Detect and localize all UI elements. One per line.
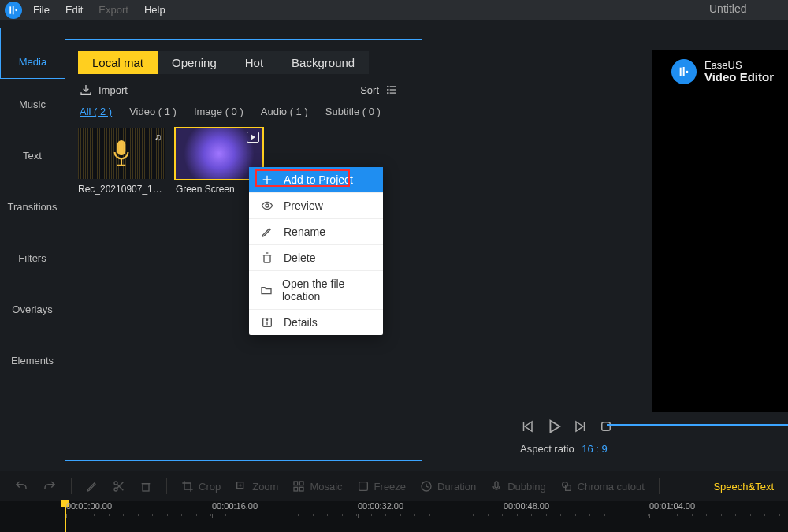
tab-hot[interactable]: Hot [231,51,277,74]
filter-video[interactable]: Video ( 1 ) [129,106,177,117]
mosaic-button[interactable]: Mosaic [292,480,342,493]
ctx-label: Delete [284,251,315,264]
edit-button[interactable] [86,480,98,493]
svg-point-7 [388,93,388,94]
svg-rect-39 [294,482,298,485]
svg-rect-24 [264,255,270,262]
ctx-label: Open the file location [282,277,372,303]
sidebar-item-filters[interactable]: Filters [0,233,65,284]
brand-badge: EaseUS Video Editor [671,59,774,84]
main-menu: File Edit Export Help [33,4,165,16]
timeline-ruler[interactable]: 00:00:00.00 00:00:16.00 00:00:32.00 00:0… [0,501,788,532]
svg-marker-16 [525,422,532,431]
ctx-label: Rename [284,225,325,238]
ctx-delete[interactable]: Delete [249,245,383,271]
sidebar-item-overlays[interactable]: Overlays [0,284,65,335]
svg-line-46 [426,486,429,487]
svg-point-3 [388,86,388,87]
ctx-add-to-project[interactable]: Add to Project [249,167,383,193]
plus-icon [260,173,274,186]
aspect-ratio[interactable]: Aspect ratio 16 : 9 [520,443,608,455]
folder-icon [260,284,273,296]
sidebar: Media Music Text Transitions Filters Ove… [0,20,65,469]
prev-frame-button[interactable] [520,419,534,433]
window-title: Untitled [709,2,746,15]
ruler-tick: 00:00:00.00 [66,501,112,511]
tab-background[interactable]: Background [277,51,369,74]
split-button[interactable] [113,480,125,493]
next-frame-button[interactable] [574,419,588,433]
crop-button[interactable]: Crop [181,480,221,493]
title-bar: File Edit Export Help Untitled [0,0,788,20]
ctx-open-location[interactable]: Open the file location [249,271,383,310]
brand-line1: EaseUS [704,60,774,71]
ctx-rename[interactable]: Rename [249,219,383,245]
sidebar-item-transitions[interactable]: Transitions [0,181,65,233]
ruler-tick: 00:00:48.00 [504,501,549,511]
chroma-button[interactable]: Chroma cutout [560,480,645,493]
menu-file[interactable]: File [33,4,50,16]
svg-rect-49 [565,485,571,491]
ctx-preview[interactable]: Preview [249,193,383,219]
filter-image[interactable]: Image ( 0 ) [194,106,243,117]
sort-button[interactable]: Sort [360,84,398,96]
svg-rect-41 [294,487,298,491]
svg-point-29 [266,319,267,320]
aspect-label: Aspect ratio [520,443,574,455]
delete-clip-button[interactable] [139,480,152,493]
brand-logo-icon [671,59,697,84]
svg-rect-1 [13,6,14,14]
info-icon [260,316,274,329]
speech-text-button[interactable]: Speech&Text [713,481,774,493]
play-button[interactable] [545,418,563,435]
playback-controls [520,418,613,435]
brand-line2: Video Editor [704,70,774,84]
preview-panel: EaseUS Video Editor [422,20,788,469]
ctx-label: Add to Project [284,173,353,186]
svg-point-5 [388,89,388,90]
svg-point-14 [686,71,689,73]
ruler-tick: 00:00:16.00 [212,501,258,511]
preview-scrubber[interactable] [607,424,788,426]
menu-help[interactable]: Help [144,4,165,16]
svg-rect-0 [9,6,11,13]
menu-edit[interactable]: Edit [65,4,83,16]
music-note-icon: ♫ [154,132,162,143]
undo-button[interactable] [14,479,28,493]
dubbing-button[interactable]: Dubbing [490,480,545,493]
filter-audio[interactable]: Audio ( 1 ) [261,106,308,117]
import-icon [80,84,92,96]
filter-subtitle[interactable]: Subtitle ( 0 ) [325,106,381,117]
zoom-button[interactable]: Zoom [235,480,278,493]
svg-rect-42 [300,487,304,491]
redo-button[interactable] [43,479,57,493]
sidebar-item-music[interactable]: Music [0,79,65,130]
svg-rect-47 [495,482,498,488]
sidebar-item-elements[interactable]: Elements [0,335,65,386]
tab-local-material[interactable]: Local mat [78,51,158,74]
filter-all[interactable]: All ( 2 ) [80,106,112,117]
duration-button[interactable]: Duration [420,480,476,493]
freeze-button[interactable]: Freeze [357,480,406,493]
tab-opening[interactable]: Opening [158,51,231,74]
ctx-details[interactable]: Details [249,310,383,335]
svg-rect-43 [359,482,367,491]
media-item-audio[interactable]: ♫ Rec_20210907_1635... [78,128,165,195]
pencil-icon [260,225,274,238]
svg-rect-12 [680,68,682,76]
media-item-label: Rec_20210907_1635... [78,184,165,195]
stop-button[interactable] [599,419,613,433]
sidebar-item-text[interactable]: Text [0,130,65,181]
aspect-value: 16 : 9 [582,443,608,455]
app-logo-icon [5,2,22,19]
sidebar-item-media[interactable]: Media [0,28,65,79]
svg-point-23 [266,204,269,207]
ruler-tick: 00:01:04.00 [649,501,695,511]
svg-marker-17 [550,421,559,433]
media-filters: All ( 2 ) Video ( 1 ) Image ( 0 ) Audio … [65,102,422,125]
svg-point-2 [15,9,17,10]
svg-rect-34 [143,484,149,491]
import-button[interactable]: Import [80,84,128,96]
sort-label: Sort [360,84,379,96]
svg-rect-13 [683,67,685,76]
